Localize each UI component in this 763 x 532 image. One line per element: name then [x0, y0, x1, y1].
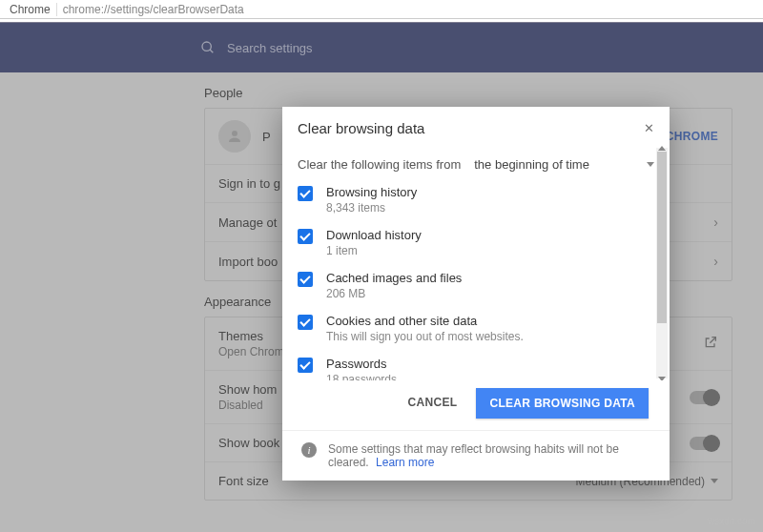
- toggle-show-bookmarks[interactable]: [690, 437, 718, 450]
- option-sub: 1 item: [326, 244, 422, 257]
- show-home-sub: Disabled: [218, 399, 277, 412]
- option-title: Cookies and other site data: [326, 314, 524, 328]
- chevron-down-icon: [711, 479, 718, 483]
- themes-title: Themes: [218, 329, 284, 343]
- toggle-show-home[interactable]: [690, 391, 718, 404]
- option-download-history[interactable]: Download history 1 item: [298, 228, 654, 257]
- themes-sub: Open Chrom: [218, 345, 284, 358]
- close-icon[interactable]: ✕: [644, 121, 654, 135]
- search-icon: [200, 40, 216, 55]
- option-title: Cached images and files: [326, 271, 462, 285]
- footer-text: Some settings that may reflect browsing …: [328, 442, 619, 469]
- chevron-right-icon: ›: [713, 215, 718, 230]
- scroll-thumb[interactable]: [657, 152, 667, 323]
- time-range-dropdown[interactable]: the beginning of time: [474, 157, 654, 172]
- search-placeholder: Search settings: [227, 41, 313, 55]
- clear-data-button[interactable]: CLEAR BROWSING DATA: [476, 388, 649, 419]
- info-icon: i: [301, 442, 317, 458]
- checkbox[interactable]: [298, 358, 313, 373]
- section-people-label: People: [204, 86, 746, 100]
- show-bookmarks-label: Show book: [218, 436, 279, 450]
- open-external-icon: [703, 335, 718, 353]
- avatar-icon: [218, 120, 251, 153]
- option-browsing-history[interactable]: Browsing history 8,343 items: [298, 185, 654, 215]
- dialog-body: Clear the following items from the begin…: [282, 142, 670, 380]
- import-label: Import boo: [218, 255, 278, 269]
- option-title: Download history: [326, 228, 422, 242]
- time-range-row: Clear the following items from the begin…: [298, 157, 654, 172]
- learn-more-link[interactable]: Learn more: [376, 456, 434, 469]
- option-cookies[interactable]: Cookies and other site data This will si…: [298, 314, 654, 343]
- font-size-label: Font size: [218, 474, 269, 488]
- app-name: Chrome: [4, 3, 57, 16]
- option-sub: 18 passwords: [326, 373, 397, 380]
- scrollbar[interactable]: [656, 148, 668, 379]
- address-bar: Chrome chrome://settings/clearBrowserDat…: [0, 0, 763, 19]
- show-home-title: Show hom: [218, 382, 277, 397]
- svg-point-2: [232, 131, 237, 136]
- search-input[interactable]: Search settings: [191, 32, 572, 63]
- manage-label: Manage ot: [218, 215, 277, 230]
- cancel-button[interactable]: CANCEL: [399, 388, 467, 419]
- svg-line-1: [210, 50, 213, 52]
- chevron-down-icon: [647, 162, 654, 167]
- option-sub: 206 MB: [326, 287, 462, 300]
- clear-browsing-data-dialog: Clear browsing data ✕ Clear the followin…: [282, 107, 670, 481]
- checkbox[interactable]: [298, 315, 313, 330]
- dialog-actions: CANCEL CLEAR BROWSING DATA: [282, 380, 670, 430]
- checkbox[interactable]: [298, 229, 313, 244]
- scroll-down-icon[interactable]: [656, 373, 668, 380]
- option-sub: 8,343 items: [326, 201, 417, 215]
- dialog-title: Clear browsing data: [298, 120, 424, 136]
- page-url: chrome://settings/clearBrowserData: [63, 3, 244, 16]
- option-sub: This will sign you out of most websites.: [326, 330, 524, 343]
- option-title: Passwords: [326, 357, 397, 371]
- checkbox[interactable]: [298, 272, 313, 287]
- option-title: Browsing history: [326, 185, 417, 199]
- option-passwords[interactable]: Passwords 18 passwords: [298, 357, 654, 380]
- time-range-value: the beginning of time: [474, 157, 589, 172]
- dialog-footer: i Some settings that may reflect browsin…: [282, 430, 670, 481]
- chevron-right-icon: ›: [713, 254, 718, 269]
- watermark: wsxdn.com: [708, 516, 755, 526]
- from-label: Clear the following items from: [298, 157, 461, 172]
- person-label: P: [262, 130, 271, 144]
- option-cached-files[interactable]: Cached images and files 206 MB: [298, 271, 654, 300]
- svg-point-0: [202, 42, 211, 51]
- header-bar: Search settings: [0, 23, 763, 72]
- checkbox[interactable]: [298, 186, 313, 201]
- dialog-header: Clear browsing data ✕: [282, 107, 670, 142]
